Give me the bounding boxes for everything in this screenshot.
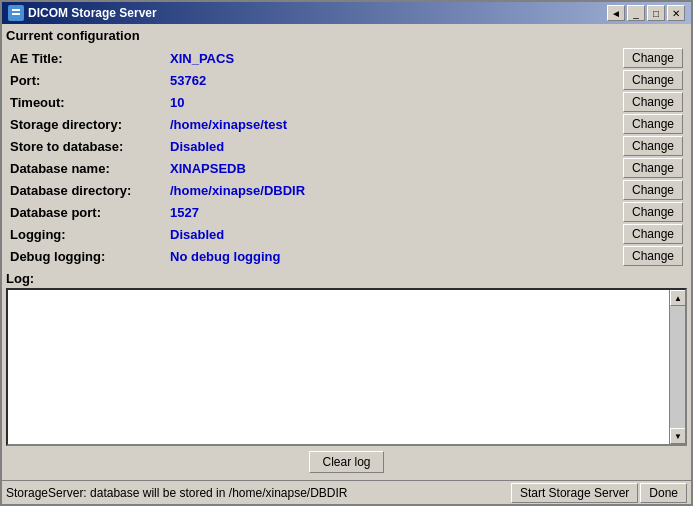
log-label: Log: [6, 271, 687, 286]
config-label-8: Logging: [6, 223, 166, 245]
config-row-0: AE Title:XIN_PACSChange [6, 47, 687, 69]
config-value-7: 1527 [166, 201, 519, 223]
section-title: Current configuration [6, 28, 687, 43]
config-label-1: Port: [6, 69, 166, 91]
log-scrollbar: ▲ ▼ [669, 290, 685, 444]
change-button-0[interactable]: Change [623, 48, 683, 68]
config-value-0: XIN_PACS [166, 47, 519, 69]
config-table: AE Title:XIN_PACSChangePort:53762ChangeT… [6, 47, 687, 267]
config-value-2: 10 [166, 91, 519, 113]
log-textarea[interactable] [8, 290, 669, 444]
title-bar-left: DICOM Storage Server [8, 5, 157, 21]
config-value-9: No debug logging [166, 245, 519, 267]
config-row-8: Logging:DisabledChange [6, 223, 687, 245]
config-label-0: AE Title: [6, 47, 166, 69]
change-button-2[interactable]: Change [623, 92, 683, 112]
status-buttons: Start Storage Server Done [511, 483, 687, 503]
clear-log-button[interactable]: Clear log [309, 451, 383, 473]
main-window: DICOM Storage Server ◄ _ □ ✕ Current con… [0, 0, 693, 506]
config-row-5: Database name:XINAPSEDBChange [6, 157, 687, 179]
config-label-2: Timeout: [6, 91, 166, 113]
config-label-9: Debug logging: [6, 245, 166, 267]
minimize-button[interactable]: _ [627, 5, 645, 21]
config-label-5: Database name: [6, 157, 166, 179]
config-label-4: Store to database: [6, 135, 166, 157]
config-row-7: Database port:1527Change [6, 201, 687, 223]
log-section: Log: ▲ ▼ [6, 271, 687, 446]
config-value-6: /home/xinapse/DBDIR [166, 179, 519, 201]
config-row-6: Database directory:/home/xinapse/DBDIRCh… [6, 179, 687, 201]
back-button[interactable]: ◄ [607, 5, 625, 21]
title-bar: DICOM Storage Server ◄ _ □ ✕ [2, 2, 691, 24]
config-row-2: Timeout:10Change [6, 91, 687, 113]
bottom-bar: Clear log [6, 448, 687, 476]
close-button[interactable]: ✕ [667, 5, 685, 21]
done-button[interactable]: Done [640, 483, 687, 503]
config-value-5: XINAPSEDB [166, 157, 519, 179]
config-label-3: Storage directory: [6, 113, 166, 135]
scrollbar-down-button[interactable]: ▼ [670, 428, 686, 444]
change-button-5[interactable]: Change [623, 158, 683, 178]
window-title: DICOM Storage Server [28, 6, 157, 20]
scrollbar-track [670, 306, 685, 428]
maximize-button[interactable]: □ [647, 5, 665, 21]
config-value-4: Disabled [166, 135, 519, 157]
change-button-1[interactable]: Change [623, 70, 683, 90]
change-button-3[interactable]: Change [623, 114, 683, 134]
config-label-7: Database port: [6, 201, 166, 223]
svg-rect-1 [12, 9, 20, 11]
status-bar: StorageServer: database will be stored i… [2, 480, 691, 504]
app-icon [8, 5, 24, 21]
config-row-3: Storage directory:/home/xinapse/testChan… [6, 113, 687, 135]
change-button-7[interactable]: Change [623, 202, 683, 222]
config-label-6: Database directory: [6, 179, 166, 201]
change-button-8[interactable]: Change [623, 224, 683, 244]
scrollbar-up-button[interactable]: ▲ [670, 290, 686, 306]
config-row-4: Store to database:DisabledChange [6, 135, 687, 157]
config-value-8: Disabled [166, 223, 519, 245]
log-area-container: ▲ ▼ [6, 288, 687, 446]
config-row-9: Debug logging:No debug loggingChange [6, 245, 687, 267]
start-server-button[interactable]: Start Storage Server [511, 483, 638, 503]
config-value-1: 53762 [166, 69, 519, 91]
svg-rect-2 [12, 13, 20, 15]
window-content: Current configuration AE Title:XIN_PACSC… [2, 24, 691, 480]
change-button-6[interactable]: Change [623, 180, 683, 200]
change-button-9[interactable]: Change [623, 246, 683, 266]
change-button-4[interactable]: Change [623, 136, 683, 156]
config-row-1: Port:53762Change [6, 69, 687, 91]
title-bar-buttons: ◄ _ □ ✕ [607, 5, 685, 21]
status-text: StorageServer: database will be stored i… [6, 486, 511, 500]
config-value-3: /home/xinapse/test [166, 113, 519, 135]
